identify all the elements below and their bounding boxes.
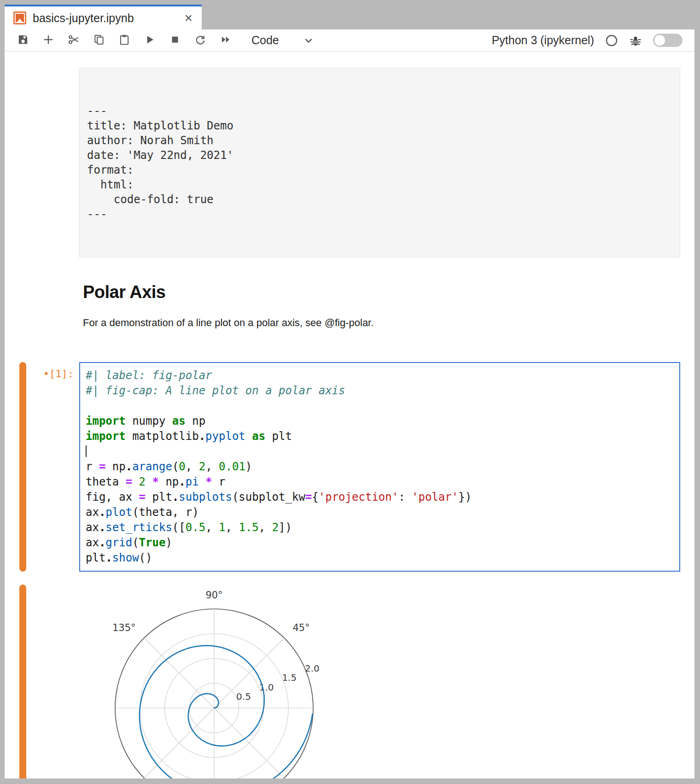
code-line: import matplotlib.pyplot as plt <box>86 429 674 444</box>
polar-figure: 0°45°90°135°180°225°270°315°0.51.01.52.0 <box>104 585 325 778</box>
input-collapser[interactable] <box>19 362 26 572</box>
toggle-knob <box>654 35 665 46</box>
stop-icon <box>169 34 181 47</box>
raw-cell[interactable]: ---title: Matplotlib Demoauthor: Norah S… <box>79 68 680 257</box>
plus-icon <box>42 34 54 47</box>
raw-line: author: Norah Smith <box>87 133 672 148</box>
tab-bar: basics-jupyter.ipynb × <box>5 5 694 29</box>
svg-text:0.5: 0.5 <box>236 691 251 702</box>
code-line: ax.grid(True) <box>86 535 674 550</box>
copy-cell-button[interactable] <box>93 35 105 47</box>
code-line: r = np.arange(0, 2, 0.01) <box>86 459 674 474</box>
markdown-paragraph: For a demonstration of a line plot on a … <box>83 316 694 329</box>
restart-kernel-button[interactable] <box>194 35 206 47</box>
fast-forward-icon <box>220 34 232 47</box>
save-icon <box>17 34 29 47</box>
polar-plot-image: 0°45°90°135°180°225°270°315°0.51.01.52.0 <box>104 585 325 778</box>
code-line: theta = 2 * np.pi * r <box>86 474 674 490</box>
code-cell: •[1]: #| label: fig-polar#| fig-cap: A l… <box>5 362 694 572</box>
execution-prompt: •[1]: <box>26 362 79 572</box>
code-line: #| label: fig-polar <box>86 368 674 383</box>
interrupt-kernel-button[interactable] <box>169 35 181 47</box>
bug-icon[interactable] <box>629 34 642 47</box>
output-cell: 0°45°90°135°180°225°270°315°0.51.01.52.0 <box>5 585 694 778</box>
kernel-name[interactable]: Python 3 (ipykernel) <box>492 34 594 47</box>
run-button[interactable] <box>144 35 156 47</box>
output-collapser[interactable] <box>19 585 26 778</box>
notebook-icon <box>13 11 27 25</box>
save-button[interactable] <box>17 35 29 47</box>
chevron-down-icon <box>303 35 314 46</box>
play-icon <box>144 34 156 47</box>
code-line: ax.plot(theta, r) <box>86 505 674 520</box>
raw-line: date: 'May 22nd, 2021' <box>87 148 672 163</box>
code-line <box>86 444 674 459</box>
code-line <box>86 398 674 414</box>
close-icon[interactable]: × <box>182 11 194 25</box>
notebook-tab[interactable]: basics-jupyter.ipynb × <box>5 5 202 29</box>
scissors-icon <box>68 34 80 47</box>
svg-text:1.5: 1.5 <box>282 672 297 683</box>
text-cursor <box>86 445 87 457</box>
paste-cell-button[interactable] <box>118 35 130 47</box>
raw-cell-text: ---title: Matplotlib Demoauthor: Norah S… <box>87 104 672 222</box>
code-editor[interactable]: #| label: fig-polar#| fig-cap: A line pl… <box>79 362 680 572</box>
simple-interface-toggle[interactable] <box>653 34 682 47</box>
svg-text:135°: 135° <box>112 622 136 633</box>
toolbar-right-group: Python 3 (ipykernel) <box>492 34 682 47</box>
code-line: fig, ax = plt.subplots(subplot_kw={'proj… <box>86 490 674 505</box>
notebook-toolbar: Code Python 3 (ipykernel) <box>5 29 694 52</box>
restart-icon <box>194 34 206 47</box>
raw-line: code-fold: true <box>87 192 672 207</box>
code-line: ax.set_rticks([0.5, 1, 1.5, 2]) <box>86 520 674 535</box>
add-cell-button[interactable] <box>42 35 54 47</box>
raw-line: html: <box>87 177 672 192</box>
cell-type-label: Code <box>251 34 279 47</box>
kernel-idle-circle-icon <box>605 34 618 47</box>
raw-line: format: <box>87 163 672 177</box>
copy-icon <box>93 34 105 47</box>
raw-line: --- <box>87 104 672 118</box>
markdown-heading: Polar Axis <box>83 281 694 303</box>
code-line: #| fig-cap: A line plot on a polar axis <box>86 383 674 398</box>
cell-type-dropdown[interactable]: Code <box>251 34 314 47</box>
raw-line: --- <box>87 207 672 222</box>
svg-text:2.0: 2.0 <box>305 663 320 674</box>
clipboard-icon <box>118 34 130 47</box>
raw-line: title: Matplotlib Demo <box>87 118 672 133</box>
svg-text:45°: 45° <box>292 622 309 633</box>
jupyterlab-window: basics-jupyter.ipynb × Code Python 3 (ip… <box>5 5 694 778</box>
svg-text:90°: 90° <box>205 590 222 601</box>
code-line: plt.show() <box>86 550 674 566</box>
code-line: import numpy as np <box>86 414 674 429</box>
tab-title: basics-jupyter.ipynb <box>33 12 176 25</box>
toolbar-buttons <box>17 35 245 47</box>
notebook-area: ---title: Matplotlib Demoauthor: Norah S… <box>5 52 694 778</box>
cut-cell-button[interactable] <box>68 35 80 47</box>
output-prompt-spacer <box>26 585 79 591</box>
restart-run-all-button[interactable] <box>220 35 232 47</box>
